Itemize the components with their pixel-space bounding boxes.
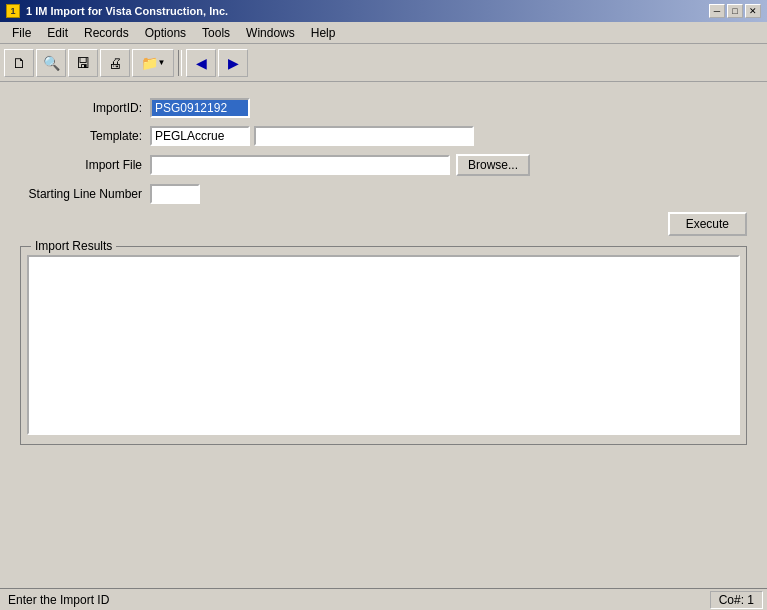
status-left-text: Enter the Import ID	[4, 593, 109, 607]
print-icon: 🖨	[108, 55, 122, 71]
open-button[interactable]: 🔍	[36, 49, 66, 77]
menu-tools[interactable]: Tools	[194, 24, 238, 42]
template-label: Template:	[20, 129, 150, 143]
menu-help[interactable]: Help	[303, 24, 344, 42]
minimize-button[interactable]: ─	[709, 4, 725, 18]
save-button[interactable]: 🖫	[68, 49, 98, 77]
open-icon: 🔍	[43, 55, 60, 71]
browse-folder-button[interactable]: 📁 ▼	[132, 49, 174, 77]
template-desc-input[interactable]	[254, 126, 474, 146]
dropdown-icon: ▼	[158, 58, 166, 67]
new-icon: 🗋	[12, 55, 26, 71]
starting-line-row: Starting Line Number	[20, 184, 747, 204]
import-results-panel: Import Results	[20, 246, 747, 445]
save-icon: 🖫	[76, 55, 90, 71]
import-file-row: Import File Browse...	[20, 154, 747, 176]
toolbar-separator	[178, 50, 182, 76]
menu-windows[interactable]: Windows	[238, 24, 303, 42]
title-bar-left: 1 1 IM Import for Vista Construction, In…	[6, 4, 228, 18]
back-icon: ◀	[196, 55, 207, 71]
forward-button[interactable]: ▶	[218, 49, 248, 77]
status-right-text: Co#: 1	[710, 591, 763, 609]
print-button[interactable]: 🖨	[100, 49, 130, 77]
import-id-row: ImportID:	[20, 98, 747, 118]
import-id-label: ImportID:	[20, 101, 150, 115]
import-id-input[interactable]	[150, 98, 250, 118]
execute-row: Execute	[20, 212, 747, 236]
starting-line-label: Starting Line Number	[20, 187, 150, 201]
import-file-input[interactable]	[150, 155, 450, 175]
browse-folder-icon: 📁	[141, 55, 158, 71]
results-legend: Import Results	[31, 239, 116, 253]
starting-line-input[interactable]	[150, 184, 200, 204]
back-button[interactable]: ◀	[186, 49, 216, 77]
app-icon: 1	[6, 4, 20, 18]
maximize-button[interactable]: □	[727, 4, 743, 18]
menu-bar: File Edit Records Options Tools Windows …	[0, 22, 767, 44]
status-bar: Enter the Import ID Co#: 1	[0, 588, 767, 610]
template-input[interactable]	[150, 126, 250, 146]
import-results-textarea[interactable]	[27, 255, 740, 435]
menu-options[interactable]: Options	[137, 24, 194, 42]
menu-records[interactable]: Records	[76, 24, 137, 42]
menu-file[interactable]: File	[4, 24, 39, 42]
title-text: 1 IM Import for Vista Construction, Inc.	[26, 5, 228, 17]
close-button[interactable]: ✕	[745, 4, 761, 18]
title-bar-controls[interactable]: ─ □ ✕	[709, 4, 761, 18]
template-row: Template:	[20, 126, 747, 146]
main-content: ImportID: Template: Import File Browse..…	[0, 82, 767, 461]
menu-edit[interactable]: Edit	[39, 24, 76, 42]
forward-icon: ▶	[228, 55, 239, 71]
browse-button[interactable]: Browse...	[456, 154, 530, 176]
import-file-label: Import File	[20, 158, 150, 172]
new-button[interactable]: 🗋	[4, 49, 34, 77]
execute-button[interactable]: Execute	[668, 212, 747, 236]
toolbar: 🗋 🔍 🖫 🖨 📁 ▼ ◀ ▶	[0, 44, 767, 82]
title-bar: 1 1 IM Import for Vista Construction, In…	[0, 0, 767, 22]
